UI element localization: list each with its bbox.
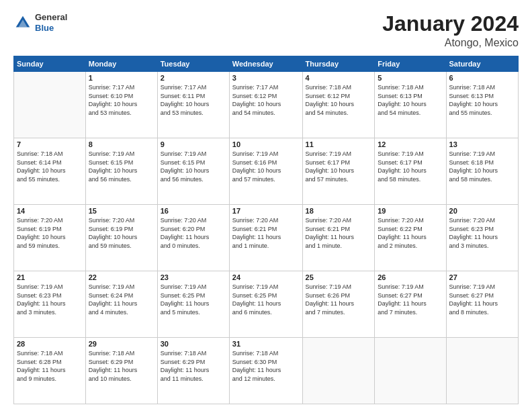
calendar-cell xyxy=(446,338,518,404)
calendar-cell: 7Sunrise: 7:18 AM Sunset: 6:14 PM Daylig… xyxy=(14,138,86,205)
calendar-cell: 17Sunrise: 7:20 AM Sunset: 6:21 PM Dayli… xyxy=(229,205,302,271)
calendar-cell: 16Sunrise: 7:20 AM Sunset: 6:20 PM Dayli… xyxy=(157,205,229,271)
calendar-cell: 5Sunrise: 7:18 AM Sunset: 6:13 PM Daylig… xyxy=(375,72,446,138)
page: General Blue January 2024 Atongo, Mexico… xyxy=(0,0,532,411)
calendar-cell xyxy=(302,338,375,404)
day-number: 7 xyxy=(17,140,83,148)
weekday-header-sunday: Sunday xyxy=(14,56,86,72)
logo-text: General Blue xyxy=(35,12,67,33)
calendar-cell: 24Sunrise: 7:19 AM Sunset: 6:25 PM Dayli… xyxy=(229,271,302,338)
header: General Blue January 2024 Atongo, Mexico xyxy=(13,12,519,49)
day-info: Sunrise: 7:19 AM Sunset: 6:15 PM Dayligh… xyxy=(89,150,154,183)
week-row-1: 1Sunrise: 7:17 AM Sunset: 6:10 PM Daylig… xyxy=(14,72,519,138)
calendar-cell: 2Sunrise: 7:17 AM Sunset: 6:11 PM Daylig… xyxy=(157,72,229,138)
weekday-header-monday: Monday xyxy=(85,56,157,72)
calendar-cell: 10Sunrise: 7:19 AM Sunset: 6:16 PM Dayli… xyxy=(229,138,302,205)
day-info: Sunrise: 7:19 AM Sunset: 6:27 PM Dayligh… xyxy=(449,283,515,316)
weekday-header-wednesday: Wednesday xyxy=(229,56,302,72)
day-info: Sunrise: 7:20 AM Sunset: 6:19 PM Dayligh… xyxy=(17,216,83,250)
day-info: Sunrise: 7:19 AM Sunset: 6:24 PM Dayligh… xyxy=(89,283,154,316)
day-number: 5 xyxy=(378,74,443,82)
day-number: 23 xyxy=(161,273,226,281)
day-number: 30 xyxy=(161,340,226,348)
week-row-5: 28Sunrise: 7:18 AM Sunset: 6:28 PM Dayli… xyxy=(14,338,519,404)
day-number: 16 xyxy=(161,207,226,215)
day-number: 22 xyxy=(89,273,154,281)
day-number: 29 xyxy=(89,340,154,348)
day-info: Sunrise: 7:18 AM Sunset: 6:13 PM Dayligh… xyxy=(378,83,443,117)
calendar-cell: 31Sunrise: 7:18 AM Sunset: 6:30 PM Dayli… xyxy=(229,338,302,404)
day-number: 31 xyxy=(232,340,300,348)
day-info: Sunrise: 7:18 AM Sunset: 6:29 PM Dayligh… xyxy=(161,349,226,383)
day-number: 10 xyxy=(232,140,300,148)
logo-blue: Blue xyxy=(35,23,67,34)
weekday-header-saturday: Saturday xyxy=(446,56,518,72)
calendar-cell: 13Sunrise: 7:19 AM Sunset: 6:18 PM Dayli… xyxy=(446,138,518,205)
calendar-cell: 8Sunrise: 7:19 AM Sunset: 6:15 PM Daylig… xyxy=(85,138,157,205)
calendar-cell: 22Sunrise: 7:19 AM Sunset: 6:24 PM Dayli… xyxy=(85,271,157,338)
day-info: Sunrise: 7:18 AM Sunset: 6:13 PM Dayligh… xyxy=(449,83,515,117)
calendar-cell: 4Sunrise: 7:18 AM Sunset: 6:12 PM Daylig… xyxy=(302,72,375,138)
title-block: January 2024 Atongo, Mexico xyxy=(382,12,519,49)
day-info: Sunrise: 7:19 AM Sunset: 6:18 PM Dayligh… xyxy=(449,150,515,183)
day-number: 2 xyxy=(161,74,226,82)
day-info: Sunrise: 7:18 AM Sunset: 6:28 PM Dayligh… xyxy=(17,349,83,383)
day-info: Sunrise: 7:17 AM Sunset: 6:10 PM Dayligh… xyxy=(89,83,154,117)
calendar-table: SundayMondayTuesdayWednesdayThursdayFrid… xyxy=(13,56,519,404)
week-row-2: 7Sunrise: 7:18 AM Sunset: 6:14 PM Daylig… xyxy=(14,138,519,205)
sub-title: Atongo, Mexico xyxy=(382,37,519,49)
day-number: 14 xyxy=(17,207,83,215)
day-info: Sunrise: 7:17 AM Sunset: 6:11 PM Dayligh… xyxy=(161,83,226,117)
day-number: 6 xyxy=(449,74,515,82)
day-info: Sunrise: 7:18 AM Sunset: 6:14 PM Dayligh… xyxy=(17,150,83,183)
day-number: 3 xyxy=(232,74,300,82)
weekday-header-row: SundayMondayTuesdayWednesdayThursdayFrid… xyxy=(14,56,519,72)
calendar-cell: 12Sunrise: 7:19 AM Sunset: 6:17 PM Dayli… xyxy=(375,138,446,205)
day-info: Sunrise: 7:17 AM Sunset: 6:12 PM Dayligh… xyxy=(232,83,300,117)
day-info: Sunrise: 7:20 AM Sunset: 6:23 PM Dayligh… xyxy=(449,216,515,250)
calendar-cell: 27Sunrise: 7:19 AM Sunset: 6:27 PM Dayli… xyxy=(446,271,518,338)
day-number: 19 xyxy=(378,207,443,215)
logo: General Blue xyxy=(13,12,67,33)
main-title: January 2024 xyxy=(382,12,519,36)
weekday-header-thursday: Thursday xyxy=(302,56,375,72)
calendar-cell: 28Sunrise: 7:18 AM Sunset: 6:28 PM Dayli… xyxy=(14,338,86,404)
day-info: Sunrise: 7:19 AM Sunset: 6:23 PM Dayligh… xyxy=(17,283,83,316)
day-number: 26 xyxy=(378,273,443,281)
day-info: Sunrise: 7:20 AM Sunset: 6:21 PM Dayligh… xyxy=(306,216,372,250)
week-row-4: 21Sunrise: 7:19 AM Sunset: 6:23 PM Dayli… xyxy=(14,271,519,338)
day-info: Sunrise: 7:19 AM Sunset: 6:26 PM Dayligh… xyxy=(306,283,372,316)
calendar-cell: 20Sunrise: 7:20 AM Sunset: 6:23 PM Dayli… xyxy=(446,205,518,271)
day-number: 27 xyxy=(449,273,515,281)
calendar-cell: 25Sunrise: 7:19 AM Sunset: 6:26 PM Dayli… xyxy=(302,271,375,338)
calendar-cell: 30Sunrise: 7:18 AM Sunset: 6:29 PM Dayli… xyxy=(157,338,229,404)
day-number: 25 xyxy=(306,273,372,281)
day-number: 13 xyxy=(449,140,515,148)
logo-general: General xyxy=(35,12,67,23)
day-info: Sunrise: 7:19 AM Sunset: 6:25 PM Dayligh… xyxy=(232,283,300,316)
day-number: 12 xyxy=(378,140,443,148)
day-info: Sunrise: 7:20 AM Sunset: 6:21 PM Dayligh… xyxy=(232,216,300,250)
day-info: Sunrise: 7:20 AM Sunset: 6:19 PM Dayligh… xyxy=(89,216,154,250)
day-number: 15 xyxy=(89,207,154,215)
day-number: 1 xyxy=(89,74,154,82)
calendar-cell: 18Sunrise: 7:20 AM Sunset: 6:21 PM Dayli… xyxy=(302,205,375,271)
day-info: Sunrise: 7:20 AM Sunset: 6:22 PM Dayligh… xyxy=(378,216,443,250)
day-info: Sunrise: 7:19 AM Sunset: 6:17 PM Dayligh… xyxy=(306,150,372,183)
day-info: Sunrise: 7:18 AM Sunset: 6:30 PM Dayligh… xyxy=(232,349,300,383)
logo-icon xyxy=(13,13,32,32)
calendar-cell: 26Sunrise: 7:19 AM Sunset: 6:27 PM Dayli… xyxy=(375,271,446,338)
calendar-cell: 6Sunrise: 7:18 AM Sunset: 6:13 PM Daylig… xyxy=(446,72,518,138)
week-row-3: 14Sunrise: 7:20 AM Sunset: 6:19 PM Dayli… xyxy=(14,205,519,271)
day-number: 20 xyxy=(449,207,515,215)
day-info: Sunrise: 7:18 AM Sunset: 6:29 PM Dayligh… xyxy=(89,349,154,383)
calendar-cell: 3Sunrise: 7:17 AM Sunset: 6:12 PM Daylig… xyxy=(229,72,302,138)
calendar-cell: 19Sunrise: 7:20 AM Sunset: 6:22 PM Dayli… xyxy=(375,205,446,271)
day-number: 11 xyxy=(306,140,372,148)
day-number: 4 xyxy=(306,74,372,82)
day-number: 8 xyxy=(89,140,154,148)
day-info: Sunrise: 7:19 AM Sunset: 6:17 PM Dayligh… xyxy=(378,150,443,183)
day-number: 24 xyxy=(232,273,300,281)
calendar-cell: 23Sunrise: 7:19 AM Sunset: 6:25 PM Dayli… xyxy=(157,271,229,338)
day-number: 21 xyxy=(17,273,83,281)
